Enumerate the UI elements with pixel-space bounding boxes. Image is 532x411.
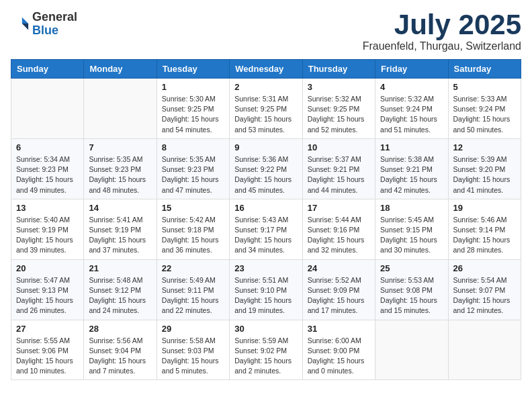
day-number: 12 bbox=[453, 142, 516, 152]
calendar-cell: 17Sunrise: 5:44 AMSunset: 9:16 PMDayligh… bbox=[302, 199, 375, 259]
cell-info: Sunrise: 5:46 AMSunset: 9:14 PMDaylight:… bbox=[453, 215, 516, 256]
day-number: 26 bbox=[453, 263, 516, 273]
day-number: 16 bbox=[234, 203, 297, 213]
calendar-cell: 29Sunrise: 5:58 AMSunset: 9:03 PMDayligh… bbox=[157, 320, 229, 380]
cell-info: Sunrise: 5:30 AMSunset: 9:25 PMDaylight:… bbox=[162, 94, 224, 135]
month-title: July 2025 bbox=[363, 11, 521, 39]
cell-info: Sunrise: 5:56 AMSunset: 9:04 PMDaylight:… bbox=[89, 336, 151, 377]
cell-info: Sunrise: 5:43 AMSunset: 9:17 PMDaylight:… bbox=[234, 215, 297, 256]
calendar-cell: 22Sunrise: 5:49 AMSunset: 9:11 PMDayligh… bbox=[157, 259, 229, 320]
calendar-week-row: 13Sunrise: 5:40 AMSunset: 9:19 PMDayligh… bbox=[11, 199, 521, 259]
calendar-cell: 2Sunrise: 5:31 AMSunset: 9:25 PMDaylight… bbox=[230, 79, 302, 139]
day-number: 25 bbox=[380, 263, 443, 273]
weekday-header-row: SundayMondayTuesdayWednesdayThursdayFrid… bbox=[11, 60, 521, 79]
calendar-cell: 6Sunrise: 5:34 AMSunset: 9:23 PMDaylight… bbox=[11, 138, 84, 199]
calendar-week-row: 27Sunrise: 5:55 AMSunset: 9:06 PMDayligh… bbox=[11, 320, 521, 380]
page-header: General Blue July 2025 Frauenfeld, Thurg… bbox=[11, 11, 521, 52]
cell-info: Sunrise: 5:39 AMSunset: 9:20 PMDaylight:… bbox=[453, 154, 516, 195]
cell-info: Sunrise: 5:53 AMSunset: 9:08 PMDaylight:… bbox=[380, 275, 443, 316]
cell-info: Sunrise: 5:47 AMSunset: 9:13 PMDaylight:… bbox=[16, 275, 79, 316]
day-number: 14 bbox=[89, 203, 151, 213]
cell-info: Sunrise: 5:38 AMSunset: 9:21 PMDaylight:… bbox=[380, 154, 443, 195]
day-number: 22 bbox=[162, 263, 224, 273]
day-number: 29 bbox=[162, 324, 224, 334]
calendar-cell: 3Sunrise: 5:32 AMSunset: 9:25 PMDaylight… bbox=[302, 79, 375, 139]
cell-info: Sunrise: 5:33 AMSunset: 9:24 PMDaylight:… bbox=[453, 94, 516, 135]
calendar-cell: 30Sunrise: 5:59 AMSunset: 9:02 PMDayligh… bbox=[230, 320, 302, 380]
weekday-header: Monday bbox=[84, 60, 157, 79]
cell-info: Sunrise: 5:32 AMSunset: 9:24 PMDaylight:… bbox=[380, 94, 443, 135]
calendar-cell: 23Sunrise: 5:51 AMSunset: 9:10 PMDayligh… bbox=[230, 259, 302, 320]
calendar-cell: 8Sunrise: 5:35 AMSunset: 9:23 PMDaylight… bbox=[157, 138, 229, 199]
cell-info: Sunrise: 5:36 AMSunset: 9:22 PMDaylight:… bbox=[234, 154, 297, 195]
calendar-cell: 7Sunrise: 5:35 AMSunset: 9:23 PMDaylight… bbox=[84, 138, 157, 199]
location-title: Frauenfeld, Thurgau, Switzerland bbox=[363, 40, 521, 52]
logo-icon bbox=[11, 15, 30, 34]
logo-text: General Blue bbox=[32, 11, 77, 38]
cell-info: Sunrise: 5:55 AMSunset: 9:06 PMDaylight:… bbox=[16, 336, 79, 377]
svg-marker-0 bbox=[22, 17, 28, 24]
day-number: 3 bbox=[308, 82, 370, 92]
day-number: 17 bbox=[308, 203, 370, 213]
cell-info: Sunrise: 5:34 AMSunset: 9:23 PMDaylight:… bbox=[16, 154, 79, 195]
calendar-cell: 5Sunrise: 5:33 AMSunset: 9:24 PMDaylight… bbox=[448, 79, 521, 139]
day-number: 10 bbox=[308, 142, 370, 152]
weekday-header: Sunday bbox=[11, 60, 84, 79]
calendar-cell bbox=[375, 320, 448, 380]
calendar-table: SundayMondayTuesdayWednesdayThursdayFrid… bbox=[11, 59, 521, 380]
calendar-cell: 4Sunrise: 5:32 AMSunset: 9:24 PMDaylight… bbox=[375, 79, 448, 139]
calendar-cell: 12Sunrise: 5:39 AMSunset: 9:20 PMDayligh… bbox=[448, 138, 521, 199]
calendar-cell: 19Sunrise: 5:46 AMSunset: 9:14 PMDayligh… bbox=[448, 199, 521, 259]
cell-info: Sunrise: 5:37 AMSunset: 9:21 PMDaylight:… bbox=[308, 154, 370, 195]
calendar-cell: 11Sunrise: 5:38 AMSunset: 9:21 PMDayligh… bbox=[375, 138, 448, 199]
calendar-cell: 10Sunrise: 5:37 AMSunset: 9:21 PMDayligh… bbox=[302, 138, 375, 199]
calendar-cell: 21Sunrise: 5:48 AMSunset: 9:12 PMDayligh… bbox=[84, 259, 157, 320]
calendar-cell: 15Sunrise: 5:42 AMSunset: 9:18 PMDayligh… bbox=[157, 199, 229, 259]
day-number: 21 bbox=[89, 263, 151, 273]
weekday-header: Wednesday bbox=[230, 60, 302, 79]
cell-info: Sunrise: 6:00 AMSunset: 9:00 PMDaylight:… bbox=[308, 336, 370, 377]
cell-info: Sunrise: 5:42 AMSunset: 9:18 PMDaylight:… bbox=[162, 215, 224, 256]
day-number: 30 bbox=[234, 324, 297, 334]
cell-info: Sunrise: 5:35 AMSunset: 9:23 PMDaylight:… bbox=[162, 154, 224, 195]
cell-info: Sunrise: 5:41 AMSunset: 9:19 PMDaylight:… bbox=[89, 215, 151, 256]
calendar-cell: 1Sunrise: 5:30 AMSunset: 9:25 PMDaylight… bbox=[157, 79, 229, 139]
calendar-cell: 14Sunrise: 5:41 AMSunset: 9:19 PMDayligh… bbox=[84, 199, 157, 259]
calendar-cell: 9Sunrise: 5:36 AMSunset: 9:22 PMDaylight… bbox=[230, 138, 302, 199]
day-number: 28 bbox=[89, 324, 151, 334]
weekday-header: Tuesday bbox=[157, 60, 229, 79]
day-number: 6 bbox=[16, 142, 79, 152]
day-number: 15 bbox=[162, 203, 224, 213]
logo-blue: Blue bbox=[32, 24, 77, 38]
logo-general: General bbox=[32, 11, 77, 24]
calendar-cell bbox=[11, 79, 84, 139]
cell-info: Sunrise: 5:52 AMSunset: 9:09 PMDaylight:… bbox=[308, 275, 370, 316]
calendar-cell bbox=[84, 79, 157, 139]
day-number: 23 bbox=[234, 263, 297, 273]
day-number: 11 bbox=[380, 142, 443, 152]
cell-info: Sunrise: 5:49 AMSunset: 9:11 PMDaylight:… bbox=[162, 275, 224, 316]
cell-info: Sunrise: 5:35 AMSunset: 9:23 PMDaylight:… bbox=[89, 154, 151, 195]
cell-info: Sunrise: 5:48 AMSunset: 9:12 PMDaylight:… bbox=[89, 275, 151, 316]
calendar-cell: 25Sunrise: 5:53 AMSunset: 9:08 PMDayligh… bbox=[375, 259, 448, 320]
day-number: 8 bbox=[162, 142, 224, 152]
cell-info: Sunrise: 5:58 AMSunset: 9:03 PMDaylight:… bbox=[162, 336, 224, 377]
day-number: 1 bbox=[162, 82, 224, 92]
calendar-cell: 27Sunrise: 5:55 AMSunset: 9:06 PMDayligh… bbox=[11, 320, 84, 380]
calendar-cell bbox=[448, 320, 521, 380]
weekday-header: Saturday bbox=[448, 60, 521, 79]
cell-info: Sunrise: 5:45 AMSunset: 9:15 PMDaylight:… bbox=[380, 215, 443, 256]
cell-info: Sunrise: 5:54 AMSunset: 9:07 PMDaylight:… bbox=[453, 275, 516, 316]
day-number: 9 bbox=[234, 142, 297, 152]
calendar-cell: 24Sunrise: 5:52 AMSunset: 9:09 PMDayligh… bbox=[302, 259, 375, 320]
weekday-header: Friday bbox=[375, 60, 448, 79]
day-number: 13 bbox=[16, 203, 79, 213]
cell-info: Sunrise: 5:40 AMSunset: 9:19 PMDaylight:… bbox=[16, 215, 79, 256]
calendar-week-row: 6Sunrise: 5:34 AMSunset: 9:23 PMDaylight… bbox=[11, 138, 521, 199]
calendar-cell: 20Sunrise: 5:47 AMSunset: 9:13 PMDayligh… bbox=[11, 259, 84, 320]
day-number: 19 bbox=[453, 203, 516, 213]
svg-marker-1 bbox=[22, 24, 28, 30]
day-number: 27 bbox=[16, 324, 79, 334]
cell-info: Sunrise: 5:59 AMSunset: 9:02 PMDaylight:… bbox=[234, 336, 297, 377]
calendar-cell: 18Sunrise: 5:45 AMSunset: 9:15 PMDayligh… bbox=[375, 199, 448, 259]
